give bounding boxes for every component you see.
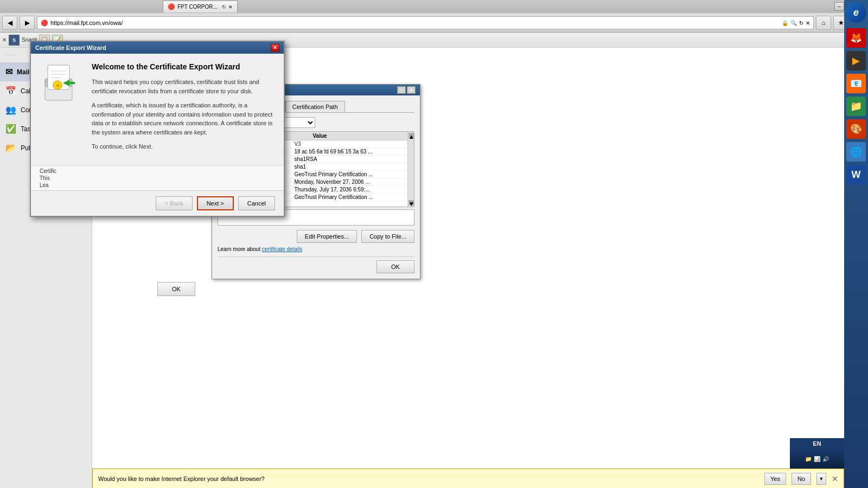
bg-ok-area: OK xyxy=(157,282,195,296)
wizard-para2: A certificate, which is issued by a cert… xyxy=(92,101,275,137)
contacts-icon: 👥 xyxy=(5,105,16,115)
wizard-para1: This wizard helps you copy certificates,… xyxy=(92,78,275,95)
cert-tab-path[interactable]: Certification Path xyxy=(285,101,345,112)
wizard-cert-info: Certific This Lea xyxy=(31,165,284,190)
learn-more-text: Learn more about xyxy=(218,246,260,252)
url-input[interactable] xyxy=(50,20,780,26)
wizard-para3: To continue, click Next. xyxy=(92,142,275,151)
no-button[interactable]: No xyxy=(792,473,811,485)
word-glyph: W xyxy=(852,169,861,181)
lang-label: EN xyxy=(813,440,821,447)
edit-properties-button[interactable]: Edit Properties... xyxy=(297,230,357,243)
back-button[interactable]: < Back xyxy=(156,196,193,210)
tab-label: FPT CORPOR... xyxy=(177,4,218,10)
media-player-icon[interactable]: ▶ xyxy=(846,51,866,70)
home-icon: ⌂ xyxy=(821,19,825,27)
tray-icons: 📁 📊 🔊 xyxy=(805,456,829,462)
toolbar-x-button[interactable]: ✕ xyxy=(2,37,7,43)
wizard-certificate-icon: ★ xyxy=(42,62,80,100)
wizard-learn-text: Lea xyxy=(40,182,49,188)
right-sidebar: e 🦊 ▶ 📧 📁 🎨 🌐 W xyxy=(844,0,868,488)
tasks-icon: ✅ xyxy=(5,124,16,134)
outlook-icon[interactable]: 📧 xyxy=(846,74,866,93)
browser-chrome: 🔴 FPT CORPOR... ↻ ✕ – □ ✕ ◀ ▶ 🔴 🔒 🔍 ↻ ✕ xyxy=(0,0,868,33)
paint-icon[interactable]: 🎨 xyxy=(846,119,866,139)
back-icon: ◀ xyxy=(8,19,12,27)
ie-logo[interactable]: e xyxy=(846,2,866,23)
play-icon: ▶ xyxy=(852,55,860,67)
title-bar: 🔴 FPT CORPOR... ↻ ✕ – □ ✕ xyxy=(0,0,868,13)
certificate-export-wizard: Certificate Export Wizard ✕ xyxy=(30,41,285,217)
back-button[interactable]: ◀ xyxy=(2,16,17,30)
word-icon[interactable]: W xyxy=(846,165,866,184)
firefox-icon[interactable]: 🦊 xyxy=(846,28,866,48)
outlook-glyph: 📧 xyxy=(850,78,862,89)
public-folders-icon: 📂 xyxy=(5,143,16,153)
search-in-bar-icon: 🔍 xyxy=(790,20,797,26)
wizard-title-label: Certificate Export Wizard xyxy=(35,44,106,51)
tab-close-button[interactable]: ✕ xyxy=(228,4,233,10)
mail-icon: ✉ xyxy=(5,67,12,77)
notification-close[interactable]: ✕ xyxy=(832,474,838,483)
expand-button[interactable]: □ xyxy=(397,86,406,94)
scroll-up[interactable]: ▲ xyxy=(409,133,414,138)
certificate-details-link[interactable]: certificate details xyxy=(262,246,302,252)
wizard-body: ★ Welcome to the Certificate Export Wiza… xyxy=(31,54,284,165)
language-indicator: EN xyxy=(790,438,844,449)
cert-row-2-value: 18 ac b5 6a fd 69 b6 15 3a 63 ... xyxy=(294,149,405,155)
wizard-icon-svg: ★ xyxy=(42,62,80,106)
notification-bar: Would you like to make Internet Explorer… xyxy=(92,468,844,488)
wizard-cert-text: Certific xyxy=(40,168,56,174)
folder-icon[interactable]: 📁 xyxy=(846,97,866,116)
learn-more-area: Learn more about certificate details xyxy=(218,246,414,252)
snagit-label: S xyxy=(12,37,16,43)
address-bar[interactable]: 🔴 🔒 🔍 ↻ ✕ xyxy=(37,16,814,29)
cert-row-5-value: GeoTrust Primary Certification ... xyxy=(294,171,405,177)
forward-button[interactable]: ▶ xyxy=(20,16,35,30)
yes-button[interactable]: Yes xyxy=(764,473,786,485)
wizard-text-area: This wizard helps you copy certificates,… xyxy=(92,78,275,151)
wizard-this-text: This xyxy=(40,175,50,181)
star-icon: ★ xyxy=(838,19,844,27)
scroll-down[interactable]: ▼ xyxy=(409,200,414,206)
cert-ok-row: OK xyxy=(218,256,414,273)
wizard-this-label: This xyxy=(40,175,275,181)
refresh-icon[interactable]: ↻ xyxy=(799,20,803,26)
tray-icon-2: 📊 xyxy=(814,456,820,462)
cert-row-4-value: sha1 xyxy=(294,164,405,170)
volume-icon[interactable]: 🔊 xyxy=(822,456,829,462)
chrome-glyph: 🌐 xyxy=(850,146,862,158)
svg-text:★: ★ xyxy=(55,82,60,88)
wizard-learn-label: Lea xyxy=(40,182,275,188)
cancel-button[interactable]: Cancel xyxy=(238,196,275,210)
tab-refresh-icon[interactable]: ↻ xyxy=(222,4,226,10)
no-dropdown-arrow[interactable]: ▼ xyxy=(816,473,826,485)
cert-ok-button[interactable]: OK xyxy=(376,260,414,273)
home-button[interactable]: ⌂ xyxy=(816,16,831,30)
cert-action-buttons: Edit Properties... Copy to File... xyxy=(218,230,414,243)
chrome-icon[interactable]: 🌐 xyxy=(846,142,866,162)
snagit-icon[interactable]: S xyxy=(9,35,20,46)
nav-mail-label: Mail xyxy=(17,68,29,76)
cert-row-7-value: Thursday, July 17, 2036 6:59:... xyxy=(294,187,405,192)
cert-row-3-value: sha1RSA xyxy=(294,156,405,162)
firefox-glyph: 🦊 xyxy=(850,32,862,44)
cert-close-button[interactable]: ✕ xyxy=(407,86,416,94)
notification-text: Would you like to make Internet Explorer… xyxy=(98,476,759,482)
cert-row-8-value: GeoTrust Primary Certification ... xyxy=(294,194,405,200)
bg-ok-button[interactable]: OK xyxy=(157,282,195,296)
site-icon: 🔴 xyxy=(41,20,48,27)
nav-bar: ◀ ▶ 🔴 🔒 🔍 ↻ ✕ ⌂ ★ ⚙ xyxy=(0,13,868,33)
wizard-content: Welcome to the Certificate Export Wizard… xyxy=(92,62,275,157)
wizard-button-row: < Back Next > Cancel xyxy=(31,190,284,216)
cert-row-6-value: Monday, November 27, 2006 ... xyxy=(294,179,405,185)
wizard-title-bar: Certificate Export Wizard ✕ xyxy=(31,42,284,54)
tab-x-icon: ✕ xyxy=(806,20,810,26)
wizard-close-button[interactable]: ✕ xyxy=(271,44,279,52)
wizard-icon-area: ★ xyxy=(40,62,83,157)
cert-scrollbar[interactable]: ▲ ▼ xyxy=(407,132,414,207)
browser-tab-active[interactable]: 🔴 FPT CORPOR... ↻ ✕ xyxy=(163,1,238,12)
calendar-icon: 📅 xyxy=(5,86,16,96)
next-button[interactable]: Next > xyxy=(197,196,234,210)
copy-to-file-button[interactable]: Copy to File... xyxy=(361,230,414,243)
